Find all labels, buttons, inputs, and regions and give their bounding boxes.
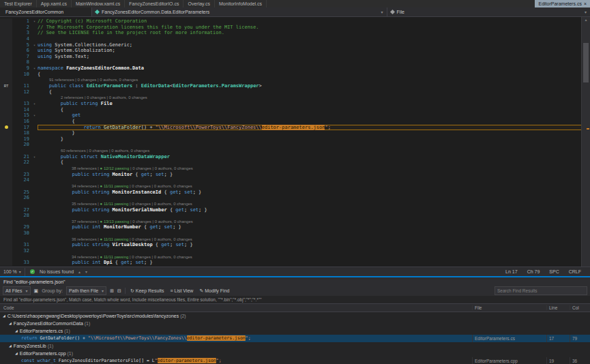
prev-issue-icon[interactable]: ▴	[78, 268, 80, 276]
code-line[interactable]: 13▾ public string File	[0, 101, 582, 107]
member-dropdown[interactable]: File ▾	[387, 7, 590, 16]
glyph-margin[interactable]	[0, 248, 12, 254]
code-line[interactable]: 23 public string Monitor { get; set; }	[0, 172, 582, 178]
code-line[interactable]: 21▾ public struct NativeMonitorDataWrapp…	[0, 154, 582, 160]
search-find-results-input[interactable]	[495, 286, 587, 295]
code-line[interactable]: 22 {	[0, 160, 582, 166]
code-line[interactable]: 27 public string MonitorSerialNumber { g…	[0, 207, 582, 213]
code-line[interactable]: 29 public int MonitorNumber { get; set; …	[0, 224, 582, 230]
code-line[interactable]: 26	[0, 195, 582, 201]
editor-vertical-scrollbar[interactable]: ▴	[581, 17, 590, 267]
code-line[interactable]: 35 references | ● 11/11 passing | 0 chan…	[0, 201, 582, 207]
fold-marker-icon[interactable]: ▾	[31, 65, 38, 72]
glyph-margin[interactable]	[0, 195, 12, 201]
find-group-row[interactable]: ◢EditorParameters.cs (1)	[0, 327, 590, 335]
code-line[interactable]: 6using System.Globalization;	[0, 48, 582, 54]
glyph-margin[interactable]	[0, 65, 12, 72]
column-header-file[interactable]: File	[472, 305, 546, 310]
code-line[interactable]: 18 }	[0, 130, 582, 136]
glyph-margin[interactable]	[0, 112, 12, 119]
glyph-margin[interactable]: RT	[0, 83, 12, 89]
glyph-margin[interactable]	[0, 154, 12, 160]
glyph-margin[interactable]	[0, 183, 12, 189]
code-line[interactable]: 24	[0, 177, 582, 183]
fold-marker-icon[interactable]: ▾	[31, 112, 38, 119]
glyph-margin[interactable]	[0, 254, 12, 260]
code-line[interactable]: 10{	[0, 72, 582, 78]
code-line[interactable]: 4	[0, 36, 582, 42]
glyph-margin[interactable]	[0, 177, 12, 183]
find-match-row[interactable]: const wchar_t FancyZonesEditorParameters…	[0, 357, 590, 364]
glyph-margin[interactable]	[0, 219, 12, 225]
code-line[interactable]: 30	[0, 230, 582, 237]
type-dropdown[interactable]: FancyZonesEditorCommon.Data.EditorParame…	[92, 7, 387, 16]
glyph-margin[interactable]	[0, 130, 12, 136]
expander-icon[interactable]: ◢	[9, 320, 12, 327]
glyph-margin[interactable]	[0, 172, 12, 178]
glyph-margin[interactable]	[0, 136, 12, 142]
code-line[interactable]: 34 references | ● 11/11 passing | 0 chan…	[0, 254, 582, 260]
code-line[interactable]: 36 references | ● 11/11 passing | 0 chan…	[0, 237, 582, 243]
code-line[interactable]: 5▾using System.Collections.Generic;	[0, 42, 582, 48]
glyph-margin[interactable]	[0, 36, 12, 42]
find-group-row[interactable]: ◢C:\Users\zhaopengwang\Desktop\powertoys…	[0, 312, 590, 320]
zoom-control[interactable]: 100 % ▾	[3, 268, 25, 276]
document-tab-active[interactable]: EditorParameters.cs×	[535, 0, 590, 7]
code-line[interactable]: 16 {	[0, 119, 582, 125]
expander-icon[interactable]: ◢	[15, 327, 18, 335]
glyph-margin[interactable]	[0, 237, 12, 243]
glyph-margin[interactable]	[0, 42, 12, 48]
glyph-margin[interactable]	[0, 101, 12, 107]
keep-results-button[interactable]: ↻ Keep Results	[129, 288, 166, 294]
issues-status-text[interactable]: No issues found	[40, 268, 74, 276]
glyph-margin[interactable]	[0, 25, 12, 31]
code-line[interactable]: 15▾ get	[0, 112, 582, 119]
column-header-line[interactable]: Line	[546, 305, 570, 310]
glyph-margin[interactable]	[0, 148, 12, 154]
glyph-margin[interactable]	[0, 54, 12, 60]
code-line[interactable]: 91 references | 0 changes | 0 authors, 0…	[0, 77, 582, 83]
find-group-row[interactable]: ◢FancyZonesEditorCommon\Data (1)	[0, 320, 590, 327]
scrollbar-thumb[interactable]	[583, 43, 589, 82]
copy-results-icon[interactable]: ▣	[34, 288, 39, 294]
code-line[interactable]: 60 references | 0 changes | 0 authors, 0…	[0, 148, 582, 154]
code-line[interactable]: 2// The Microsoft Corporation licenses t…	[0, 25, 582, 31]
collapse-all-icon[interactable]: ⊟	[117, 288, 121, 294]
document-tab[interactable]: MonitorInfoModel.cs	[215, 0, 267, 7]
glyph-margin[interactable]	[0, 207, 12, 213]
code-line[interactable]: 12 {	[0, 89, 582, 95]
code-line[interactable]: 37 references | ● 13/13 passing | 0 chan…	[0, 219, 582, 225]
group-by-dropdown[interactable]: Path then File ▾	[66, 286, 106, 295]
find-match-row[interactable]: return GetDataFolder() + "\\Microsoft\\P…	[0, 335, 590, 342]
code-line[interactable]: 7using System.Text;	[0, 54, 582, 60]
expander-icon[interactable]: ◢	[9, 342, 12, 350]
code-line[interactable]: 31 public string VirtualDesktop { get; s…	[0, 242, 582, 248]
code-line[interactable]: 1▾// Copyright (c) Microsoft Corporation	[0, 18, 582, 25]
find-results-list[interactable]: ◢C:\Users\zhaopengwang\Desktop\powertoys…	[0, 312, 590, 364]
document-tab[interactable]: Test Explorer	[0, 0, 37, 7]
document-tab[interactable]: Overlay.cs	[183, 0, 215, 7]
code-line[interactable]: 3// See the LICENSE file in the project …	[0, 30, 582, 36]
document-tab[interactable]: FancyZonesEditorIO.cs	[125, 0, 183, 7]
glyph-margin[interactable]	[0, 107, 12, 113]
close-icon[interactable]: ×	[584, 0, 587, 7]
find-group-row[interactable]: ◢EditorParameters.cpp (1)	[0, 350, 590, 357]
expand-all-icon[interactable]: ⊞	[110, 288, 114, 294]
code-line[interactable]: 32	[0, 248, 582, 254]
code-line[interactable]: 19 }	[0, 136, 582, 142]
code-area[interactable]: 1▾// Copyright (c) Microsoft Corporation…	[0, 18, 582, 266]
expander-icon[interactable]: ◢	[15, 350, 18, 357]
code-line[interactable]: 25 public string MonitorInstanceId { get…	[0, 189, 582, 196]
glyph-margin[interactable]	[0, 160, 12, 166]
column-header-code[interactable]: Code	[0, 305, 472, 310]
glyph-margin[interactable]	[0, 213, 12, 219]
glyph-margin[interactable]	[0, 95, 12, 101]
glyph-margin[interactable]	[0, 189, 12, 196]
glyph-margin[interactable]	[0, 242, 12, 248]
code-line[interactable]: 34 references | ● 11/11 passing | 0 chan…	[0, 183, 582, 189]
code-line[interactable]: 28	[0, 213, 582, 219]
glyph-margin[interactable]	[0, 59, 12, 65]
code-line[interactable]: 14 {	[0, 107, 582, 113]
glyph-margin[interactable]	[0, 119, 12, 125]
glyph-margin[interactable]	[0, 125, 12, 131]
